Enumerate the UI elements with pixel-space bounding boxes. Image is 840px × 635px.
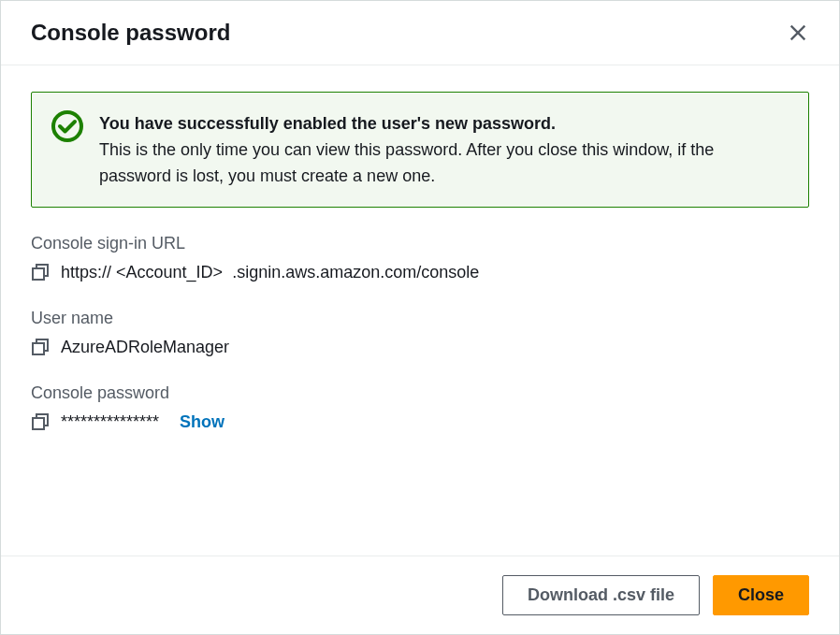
signin-url-field: Console sign-in URL https:// <Account_ID… <box>31 234 809 282</box>
modal-footer: Download .csv file Close <box>1 556 839 634</box>
download-csv-button[interactable]: Download .csv file <box>502 575 700 615</box>
username-field: User name AzureADRoleManager <box>31 309 809 357</box>
alert-content: You have successfully enabled the user's… <box>99 109 789 190</box>
copy-icon[interactable] <box>31 412 50 431</box>
password-value: *************** <box>61 412 159 432</box>
console-password-modal: Console password You have successfully e… <box>0 0 840 635</box>
modal-header: Console password <box>1 1 839 65</box>
success-alert: You have successfully enabled the user's… <box>31 92 809 208</box>
modal-title: Console password <box>31 20 230 46</box>
password-field: Console password *************** Show <box>31 383 809 432</box>
modal-body: You have successfully enabled the user's… <box>1 65 839 556</box>
close-icon[interactable] <box>787 22 809 44</box>
close-button[interactable]: Close <box>713 575 809 615</box>
username-value: AzureADRoleManager <box>61 338 229 357</box>
copy-icon[interactable] <box>31 338 50 356</box>
svg-point-2 <box>53 112 81 140</box>
copy-icon[interactable] <box>31 263 50 281</box>
svg-rect-5 <box>33 418 44 429</box>
username-label: User name <box>31 309 809 328</box>
password-row: *************** Show <box>31 412 809 432</box>
username-row: AzureADRoleManager <box>31 338 809 357</box>
signin-url-label: Console sign-in URL <box>31 234 809 253</box>
alert-title: You have successfully enabled the user's… <box>99 111 789 137</box>
alert-text: This is the only time you can view this … <box>99 140 714 185</box>
svg-rect-4 <box>33 343 44 354</box>
check-circle-icon <box>51 109 84 143</box>
password-label: Console password <box>31 383 809 403</box>
signin-url-value: https:// <Account_ID> .signin.aws.amazon… <box>61 263 479 282</box>
svg-rect-3 <box>33 268 44 280</box>
show-password-link[interactable]: Show <box>180 412 224 432</box>
signin-url-row: https:// <Account_ID> .signin.aws.amazon… <box>31 263 809 282</box>
